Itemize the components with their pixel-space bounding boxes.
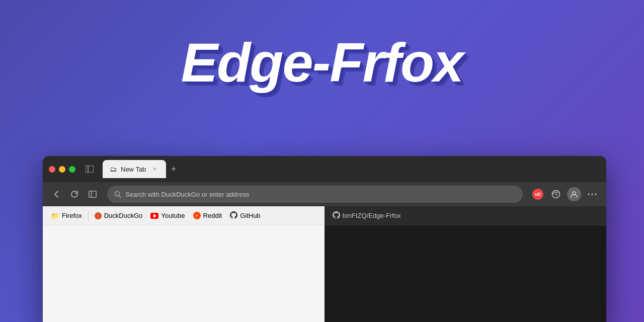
svg-rect-2 (89, 191, 97, 198)
bookmark-reddit-label: Reddit (203, 212, 222, 219)
svg-rect-0 (86, 166, 94, 173)
avatar (567, 187, 581, 201)
ublock-icon: uD (532, 189, 543, 200)
close-button[interactable] (49, 166, 55, 173)
bookmarks-dark: bmFtZQ/Edge-Frfox (325, 206, 606, 225)
tab-bar: 🗂 New Tab × + (103, 160, 600, 178)
bookmark-reddit[interactable]: r Reddit (189, 210, 226, 221)
reddit-icon: r (193, 212, 201, 219)
hero-title: Edge-Frfox (0, 30, 644, 94)
extensions-button[interactable] (548, 186, 564, 202)
github-dark-icon (333, 211, 340, 220)
svg-point-10 (592, 194, 593, 195)
ublock-button[interactable]: uD (530, 186, 546, 202)
bookmarks-light: 📁 Firefox DuckDuckGo Youtube r Reddit (43, 206, 325, 225)
bookmark-duckduckgo[interactable]: DuckDuckGo (91, 210, 147, 221)
sidebar-toggle-button[interactable] (85, 187, 100, 202)
tab-close-button[interactable]: × (150, 165, 159, 174)
profile-button[interactable] (566, 186, 582, 202)
svg-point-11 (595, 194, 597, 195)
bookmark-firefox-label: Firefox (62, 212, 82, 219)
bookmark-github[interactable]: GitHub (226, 210, 264, 222)
content-light (43, 225, 325, 322)
toolbar: Search with DuckDuckGo or enter address … (43, 182, 606, 206)
title-bar: 🗂 New Tab × + (43, 156, 606, 182)
address-bar[interactable]: Search with DuckDuckGo or enter address (107, 186, 523, 203)
bookmark-edge-frfox[interactable]: bmFtZQ/Edge-Frfox (329, 210, 405, 222)
duckduckgo-icon (95, 212, 102, 219)
toolbar-right: uD (530, 186, 600, 202)
svg-point-9 (588, 194, 590, 195)
firefox-icon: 📁 (51, 212, 59, 220)
bookmark-firefox[interactable]: 📁 Firefox (47, 210, 86, 221)
content-dark (325, 225, 606, 322)
bookmark-edge-frfox-label: bmFtZQ/Edge-Frfox (343, 212, 401, 219)
browser-window: 🗂 New Tab × + (43, 156, 606, 322)
github-icon (230, 211, 237, 220)
sidebar-panel-button[interactable] (83, 162, 97, 176)
separator-1 (88, 211, 89, 221)
bookmark-github-label: GitHub (240, 212, 260, 219)
bookmark-youtube-label: Youtube (161, 212, 185, 219)
more-options-button[interactable] (584, 186, 600, 202)
search-icon (114, 191, 121, 198)
back-button[interactable] (49, 187, 64, 202)
bookmark-youtube[interactable]: Youtube (146, 210, 189, 221)
new-tab-button[interactable]: + (166, 162, 181, 177)
svg-point-7 (557, 191, 559, 193)
minimize-button[interactable] (59, 166, 65, 173)
bookmarks-bar: 📁 Firefox DuckDuckGo Youtube r Reddit (43, 206, 606, 225)
youtube-icon (150, 213, 158, 219)
svg-line-5 (119, 196, 121, 198)
bookmark-duckduckgo-label: DuckDuckGo (104, 212, 143, 219)
hero-section: Edge-Frfox (0, 0, 644, 94)
active-tab[interactable]: 🗂 New Tab × (103, 160, 166, 178)
refresh-button[interactable] (67, 187, 82, 202)
svg-point-8 (573, 192, 576, 195)
maximize-button[interactable] (69, 166, 75, 173)
tab-label: New Tab (121, 166, 146, 173)
content-area (43, 225, 606, 322)
tab-favicon: 🗂 (110, 165, 117, 173)
address-text: Search with DuckDuckGo or enter address (125, 191, 249, 198)
traffic-lights (49, 166, 75, 173)
